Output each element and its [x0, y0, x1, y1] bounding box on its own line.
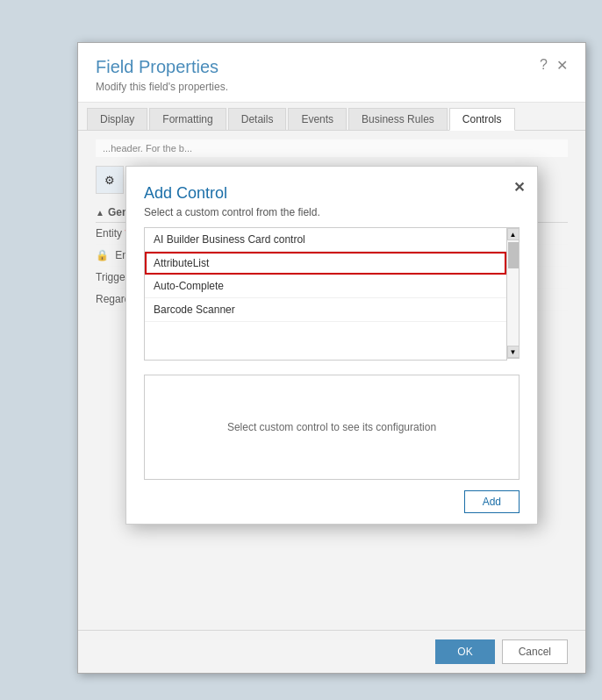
control-list[interactable]: AI Builder Business Card control Attribu… [145, 228, 506, 360]
control-item-ai-builder[interactable]: AI Builder Business Card control [145, 228, 506, 252]
field-properties-dialog: Field Properties Modify this field's pro… [77, 42, 586, 674]
config-placeholder: Select custom control to see its configu… [227, 421, 436, 433]
scrollbar[interactable]: ▲ ▼ [507, 227, 520, 359]
list-scroll-wrapper: AI Builder Business Card control Attribu… [144, 227, 520, 361]
scroll-thumb[interactable] [508, 242, 519, 268]
modal-body: AI Builder Business Card control Attribu… [126, 227, 537, 375]
add-button[interactable]: Add [464, 490, 520, 513]
add-control-modal: Add Control Select a custom control from… [125, 166, 538, 525]
control-item-autocomplete[interactable]: Auto-Complete [145, 275, 506, 298]
scroll-down-arrow[interactable]: ▼ [507, 346, 520, 358]
modal-subtitle: Select a custom control from the field. [144, 206, 520, 218]
control-list-wrapper: AI Builder Business Card control Attribu… [144, 227, 520, 361]
modal-header: Add Control Select a custom control from… [126, 167, 537, 227]
modal-overlay: Add Control Select a custom control from… [78, 43, 585, 673]
control-list-container: AI Builder Business Card control Attribu… [144, 227, 507, 361]
modal-footer: Add [126, 480, 537, 524]
config-area: Select custom control to see its configu… [144, 375, 520, 480]
modal-close-icon[interactable]: ✕ [513, 179, 525, 196]
control-item-barcode[interactable]: Barcode Scanner [145, 298, 506, 322]
modal-title: Add Control [144, 184, 520, 203]
control-item-attributelist[interactable]: AttributeList [145, 252, 506, 275]
scroll-up-arrow[interactable]: ▲ [507, 228, 520, 240]
